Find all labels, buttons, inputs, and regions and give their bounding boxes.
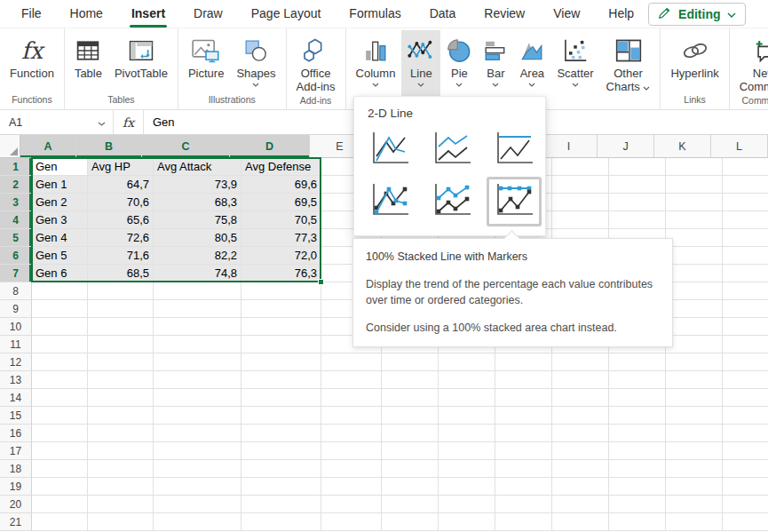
row-header-6[interactable]: 6 bbox=[0, 247, 32, 265]
cell-F20[interactable] bbox=[382, 496, 439, 513]
hyperlink-button[interactable]: Hyperlink bbox=[664, 30, 724, 92]
cell-A12[interactable] bbox=[32, 353, 88, 371]
column-header-c[interactable]: C bbox=[142, 135, 230, 158]
cell-A6[interactable]: Gen 5 bbox=[32, 247, 88, 265]
cell-L7[interactable] bbox=[723, 265, 768, 282]
cell-B11[interactable] bbox=[88, 336, 154, 353]
cell-B10[interactable] bbox=[88, 318, 154, 336]
cell-B1[interactable]: Avg HP bbox=[88, 158, 154, 176]
cell-F17[interactable] bbox=[382, 442, 439, 460]
cell-D15[interactable] bbox=[241, 407, 321, 425]
menu-tab-review[interactable]: Review bbox=[470, 0, 539, 28]
menu-tab-file[interactable]: File bbox=[7, 0, 56, 28]
menu-tab-insert[interactable]: Insert bbox=[117, 0, 179, 28]
cell-I2[interactable] bbox=[552, 176, 609, 194]
pie-button[interactable]: Pie bbox=[440, 30, 478, 103]
cell-D21[interactable] bbox=[241, 513, 321, 531]
cell-E20[interactable] bbox=[321, 496, 382, 513]
cell-D1[interactable]: Avg Defense bbox=[241, 158, 321, 176]
cell-I3[interactable] bbox=[552, 194, 609, 211]
cell-G13[interactable] bbox=[439, 371, 495, 389]
cell-C19[interactable] bbox=[154, 478, 241, 496]
cell-J1[interactable] bbox=[609, 158, 666, 176]
row-header-12[interactable]: 12 bbox=[0, 353, 32, 371]
cell-K5[interactable] bbox=[666, 229, 723, 247]
cell-I15[interactable] bbox=[552, 407, 609, 425]
editing-mode-button[interactable]: Editing bbox=[648, 3, 745, 26]
cell-D5[interactable]: 77,3 bbox=[241, 229, 321, 247]
cell-A16[interactable] bbox=[32, 425, 88, 442]
cell-L18[interactable] bbox=[723, 460, 768, 478]
menu-tab-data[interactable]: Data bbox=[416, 0, 471, 28]
menu-tab-formulas[interactable]: Formulas bbox=[335, 0, 415, 28]
cell-F21[interactable] bbox=[382, 513, 439, 531]
cell-B14[interactable] bbox=[88, 389, 154, 407]
cell-J14[interactable] bbox=[609, 389, 666, 407]
cell-A13[interactable] bbox=[32, 371, 88, 389]
cell-C10[interactable] bbox=[154, 318, 241, 336]
cell-C13[interactable] bbox=[154, 371, 241, 389]
cell-L20[interactable] bbox=[723, 496, 768, 513]
cell-A15[interactable] bbox=[32, 407, 88, 425]
cell-K11[interactable] bbox=[666, 336, 723, 353]
cell-C3[interactable]: 68,3 bbox=[154, 194, 241, 211]
cell-E19[interactable] bbox=[321, 478, 382, 496]
cell-E14[interactable] bbox=[321, 389, 382, 407]
cell-D8[interactable] bbox=[241, 282, 321, 300]
row-header-13[interactable]: 13 bbox=[0, 371, 32, 389]
cell-B13[interactable] bbox=[88, 371, 154, 389]
cell-L1[interactable] bbox=[723, 158, 768, 176]
row-header-19[interactable]: 19 bbox=[0, 478, 32, 496]
cell-J17[interactable] bbox=[609, 442, 666, 460]
cell-K7[interactable] bbox=[666, 265, 723, 282]
cell-B2[interactable]: 64,7 bbox=[88, 176, 154, 194]
cell-K8[interactable] bbox=[666, 282, 723, 300]
cell-E15[interactable] bbox=[321, 407, 382, 425]
cell-I12[interactable] bbox=[552, 353, 609, 371]
cell-A5[interactable]: Gen 4 bbox=[32, 229, 88, 247]
menu-tab-draw[interactable]: Draw bbox=[179, 0, 237, 28]
cell-F15[interactable] bbox=[382, 407, 439, 425]
cell-C1[interactable]: Avg Attack bbox=[154, 158, 241, 176]
cell-F13[interactable] bbox=[382, 371, 439, 389]
cell-K4[interactable] bbox=[666, 211, 723, 229]
cell-G16[interactable] bbox=[439, 425, 495, 442]
cell-B19[interactable] bbox=[88, 478, 154, 496]
cell-K17[interactable] bbox=[666, 442, 723, 460]
insert-function-button[interactable]: fx bbox=[114, 110, 144, 134]
cell-A2[interactable]: Gen 1 bbox=[32, 176, 88, 194]
cell-B21[interactable] bbox=[88, 513, 154, 531]
cell-G15[interactable] bbox=[439, 407, 495, 425]
name-box[interactable]: A1 bbox=[0, 110, 114, 134]
cell-G18[interactable] bbox=[439, 460, 495, 478]
cell-I1[interactable] bbox=[552, 158, 609, 176]
cell-F16[interactable] bbox=[382, 425, 439, 442]
cell-I13[interactable] bbox=[552, 371, 609, 389]
cell-C5[interactable]: 80,5 bbox=[154, 229, 241, 247]
cell-D13[interactable] bbox=[241, 371, 321, 389]
cell-D19[interactable] bbox=[241, 478, 321, 496]
picture-button[interactable]: Picture bbox=[182, 30, 230, 92]
cell-J16[interactable] bbox=[609, 425, 666, 442]
menu-tab-home[interactable]: Home bbox=[56, 0, 117, 28]
cell-D20[interactable] bbox=[241, 496, 321, 513]
column-header-d[interactable]: D bbox=[230, 135, 310, 158]
cell-H18[interactable] bbox=[495, 460, 552, 478]
cell-C9[interactable] bbox=[154, 300, 241, 318]
cell-C17[interactable] bbox=[154, 442, 241, 460]
select-all-corner[interactable] bbox=[0, 135, 20, 158]
cell-B8[interactable] bbox=[88, 282, 154, 300]
row-header-9[interactable]: 9 bbox=[0, 300, 32, 318]
menu-tab-page-layout[interactable]: Page Layout bbox=[237, 0, 336, 28]
cell-D10[interactable] bbox=[241, 318, 321, 336]
cell-G14[interactable] bbox=[439, 389, 495, 407]
pivottable-button[interactable]: PivotTable bbox=[108, 30, 174, 92]
cell-A9[interactable] bbox=[32, 300, 88, 318]
cell-H20[interactable] bbox=[495, 496, 552, 513]
cell-K18[interactable] bbox=[666, 460, 723, 478]
cell-I18[interactable] bbox=[552, 460, 609, 478]
cell-J3[interactable] bbox=[609, 194, 666, 211]
cell-K2[interactable] bbox=[666, 176, 723, 194]
cell-K19[interactable] bbox=[666, 478, 723, 496]
scatter-button[interactable]: Scatter bbox=[550, 30, 599, 103]
